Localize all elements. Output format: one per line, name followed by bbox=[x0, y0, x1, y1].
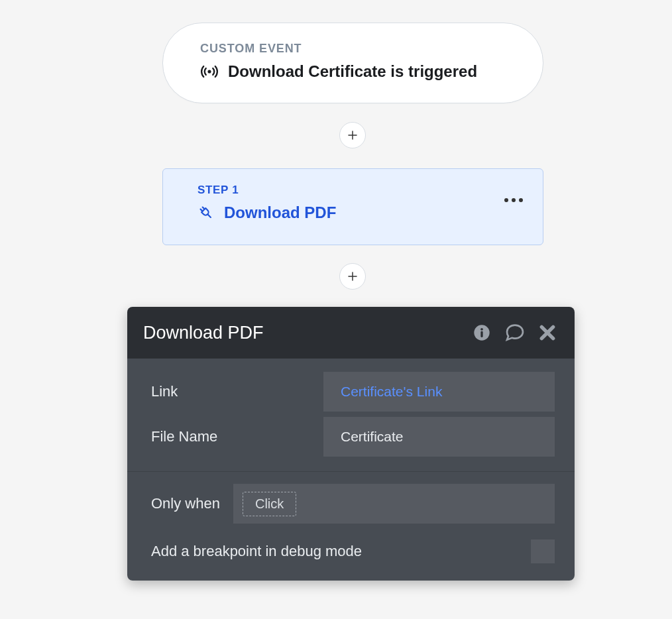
condition-placeholder: Click bbox=[243, 492, 296, 516]
condition-label: Only when bbox=[151, 495, 220, 512]
add-step-button-after[interactable] bbox=[339, 263, 366, 290]
prop-label-filename: File Name bbox=[151, 428, 323, 445]
step-title: Download PDF bbox=[224, 203, 336, 222]
panel-title: Download PDF bbox=[143, 323, 264, 343]
close-icon[interactable] bbox=[539, 324, 556, 341]
prop-label-link: Link bbox=[151, 383, 323, 400]
comment-icon[interactable] bbox=[504, 323, 526, 343]
event-card[interactable]: CUSTOM EVENT Download Certificate is tri… bbox=[162, 23, 543, 103]
add-step-button-before[interactable] bbox=[339, 122, 366, 148]
condition-field[interactable]: Click bbox=[233, 484, 555, 524]
svg-rect-10 bbox=[480, 331, 482, 337]
step-config-panel: Download PDF bbox=[127, 307, 575, 581]
prop-value-link: Certificate's Link bbox=[341, 384, 442, 400]
prop-value-filename: Certificate bbox=[341, 429, 404, 445]
breakpoint-label: Add a breakpoint in debug mode bbox=[151, 543, 362, 560]
step-label: STEP 1 bbox=[197, 184, 520, 197]
info-icon[interactable] bbox=[473, 323, 491, 342]
step-card[interactable]: STEP 1 Download PDF bbox=[162, 168, 543, 245]
event-section-label: CUSTOM EVENT bbox=[200, 42, 506, 56]
step-more-button[interactable] bbox=[504, 198, 523, 202]
svg-line-3 bbox=[201, 209, 203, 211]
broadcast-icon bbox=[200, 62, 219, 81]
svg-line-4 bbox=[203, 207, 205, 209]
breakpoint-checkbox[interactable] bbox=[531, 539, 555, 563]
svg-point-9 bbox=[480, 328, 483, 331]
svg-point-0 bbox=[207, 70, 211, 73]
prop-input-filename[interactable]: Certificate bbox=[323, 417, 555, 457]
prop-input-link[interactable]: Certificate's Link bbox=[323, 372, 555, 412]
svg-line-5 bbox=[207, 214, 211, 217]
plug-icon bbox=[197, 204, 215, 221]
event-title: Download Certificate is triggered bbox=[228, 62, 477, 81]
panel-header[interactable]: Download PDF bbox=[127, 307, 575, 359]
